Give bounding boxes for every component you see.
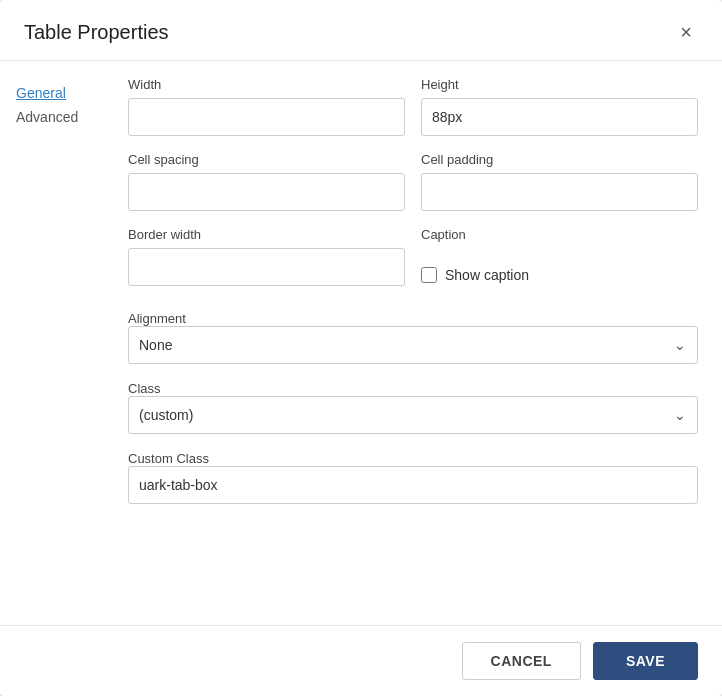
sidebar-item-advanced[interactable]: Advanced (16, 105, 104, 129)
border-caption-row: Border width Caption Show caption (128, 227, 698, 294)
height-label: Height (421, 77, 698, 92)
border-width-label: Border width (128, 227, 405, 242)
cell-spacing-group: Cell spacing (128, 152, 405, 211)
save-button[interactable]: SAVE (593, 642, 698, 680)
cell-padding-input[interactable] (421, 173, 698, 211)
border-width-input[interactable] (128, 248, 405, 286)
dialog-header: Table Properties × (0, 0, 722, 61)
show-caption-checkbox[interactable] (421, 267, 437, 283)
sidebar-item-general[interactable]: General (16, 81, 104, 105)
class-select[interactable]: (custom) Default (128, 396, 698, 434)
caption-group: Caption Show caption (421, 227, 698, 294)
alignment-label: Alignment (128, 311, 186, 326)
close-button[interactable]: × (674, 20, 698, 44)
width-height-row: Width Height (128, 77, 698, 136)
form-area: Width Height Cell spacing Cell padding (120, 61, 722, 625)
table-properties-dialog: Table Properties × General Advanced Widt… (0, 0, 722, 696)
cell-spacing-input[interactable] (128, 173, 405, 211)
alignment-select-wrapper: None Left Center Right ⌄ (128, 326, 698, 364)
caption-label: Caption (421, 227, 698, 242)
height-group: Height (421, 77, 698, 136)
cancel-button[interactable]: CANCEL (462, 642, 581, 680)
class-label: Class (128, 381, 161, 396)
class-select-wrapper: (custom) Default ⌄ (128, 396, 698, 434)
alignment-group: Alignment None Left Center Right ⌄ (128, 310, 698, 364)
custom-class-group: Custom Class (128, 450, 698, 504)
border-width-group: Border width (128, 227, 405, 294)
custom-class-input[interactable] (128, 466, 698, 504)
sidebar: General Advanced (0, 61, 120, 625)
cell-spacing-padding-row: Cell spacing Cell padding (128, 152, 698, 211)
class-group: Class (custom) Default ⌄ (128, 380, 698, 434)
dialog-footer: CANCEL SAVE (0, 625, 722, 696)
cell-spacing-label: Cell spacing (128, 152, 405, 167)
width-label: Width (128, 77, 405, 92)
show-caption-row: Show caption (421, 256, 698, 294)
show-caption-label: Show caption (445, 267, 529, 283)
dialog-title: Table Properties (24, 21, 169, 44)
alignment-select[interactable]: None Left Center Right (128, 326, 698, 364)
cell-padding-group: Cell padding (421, 152, 698, 211)
cell-padding-label: Cell padding (421, 152, 698, 167)
dialog-body: General Advanced Width Height Cell spaci… (0, 61, 722, 625)
width-group: Width (128, 77, 405, 136)
custom-class-label: Custom Class (128, 451, 209, 466)
width-input[interactable] (128, 98, 405, 136)
height-input[interactable] (421, 98, 698, 136)
